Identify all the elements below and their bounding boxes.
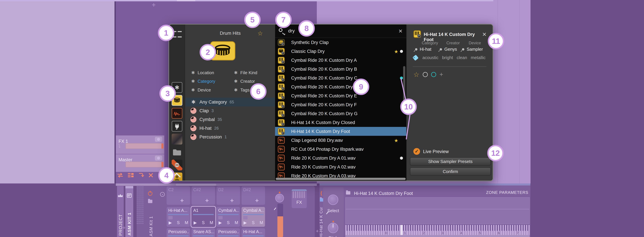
result-row[interactable]: P Classic Clap Dry ★ <box>275 47 406 56</box>
track-activity-button[interactable] <box>155 156 162 161</box>
result-row[interactable]: P Hi-Hat 14 K Custom Dry Foot <box>275 127 406 136</box>
result-row[interactable]: P Cymbal Ride 20 K Custom Dry G <box>275 109 406 118</box>
results-hscrollbar[interactable] <box>276 178 406 180</box>
show-sampler-presets-button[interactable]: Show Sampler Presets <box>410 157 491 165</box>
category-hi-hat[interactable]: Hi-hat26 <box>186 124 275 133</box>
volume-slider[interactable] <box>278 204 283 237</box>
white-dot-icon[interactable] <box>400 50 403 53</box>
result-row[interactable]: P Cymbal Ride 20 K Custom Dry C <box>275 74 406 82</box>
result-row[interactable]: P Cymbal Ride 20 K Custom Dry A <box>275 56 406 65</box>
drum-pad[interactable]: Percussio... <box>166 228 190 237</box>
fx-chip[interactable]: FX <box>292 189 307 208</box>
zone-display[interactable] <box>345 197 530 224</box>
drum-pad[interactable]: A1 ▶SM <box>192 207 215 227</box>
pad-mute-button[interactable]: M <box>260 220 263 225</box>
horizontal-scrollbar[interactable] <box>116 183 317 186</box>
tag-metallic[interactable]: metallic <box>471 55 486 60</box>
drum-pad[interactable]: Hi-Hat A... ▶SM <box>166 207 190 227</box>
filter-device[interactable]: ✱ Device <box>191 86 211 94</box>
samples-icon[interactable] <box>172 108 182 119</box>
pad-mute-button[interactable]: M <box>185 220 188 225</box>
empty-pad-C2[interactable]: C2+ <box>166 186 190 205</box>
drum-pad[interactable]: Hi-Hat A... <box>242 228 265 237</box>
result-row[interactable]: RC Cut 054 Pnotap Dry Illspark.wav <box>275 145 406 154</box>
filter-tags[interactable]: ✱ Tags <box>234 86 250 94</box>
teal-dot-icon[interactable] <box>400 77 403 80</box>
pad-solo-button[interactable]: S <box>227 220 230 225</box>
list-icon[interactable] <box>128 173 134 178</box>
result-row[interactable]: P Cymbal Ride 20 K Custom Dry F <box>275 100 406 109</box>
sampler-keyboard[interactable]: 01234567 <box>345 225 530 235</box>
swap-arrows-icon[interactable] <box>117 173 124 178</box>
pad-play-button[interactable]: ▶ <box>194 220 197 225</box>
add-track-plus[interactable]: + <box>152 1 156 9</box>
pad-play-button[interactable]: ▶ <box>169 220 172 225</box>
artwork-thumb-icon[interactable] <box>172 160 182 170</box>
plus-icon[interactable]: + <box>440 71 443 78</box>
folder-icon[interactable] <box>346 191 350 194</box>
result-row[interactable]: P Synthetic Dry Clap <box>275 38 406 47</box>
delete-x-icon[interactable] <box>148 173 153 178</box>
result-row[interactable]: P Cymbal Ride 20 K Custom Dry B <box>275 65 406 74</box>
filter-creator[interactable]: ✱ Creator <box>234 77 255 85</box>
result-row[interactable]: Ride 20 K Custom Dry A 02.wav <box>275 162 406 171</box>
search-bar[interactable]: ▾ dry ✕ <box>275 25 406 38</box>
pad-solo-button[interactable]: S <box>177 220 180 225</box>
empty-pad-D2[interactable]: D2+ <box>216 186 240 205</box>
category-cymbal[interactable]: Cymbal35 <box>186 115 275 124</box>
search-dropdown-icon[interactable]: ▾ <box>284 33 285 36</box>
favorite-star-icon[interactable]: ★ <box>394 49 398 54</box>
pad-solo-button[interactable]: S <box>202 220 205 225</box>
track-activity-button[interactable] <box>155 137 162 142</box>
teal-circle-icon[interactable] <box>431 72 436 77</box>
tag-clean[interactable]: clean <box>456 55 467 60</box>
result-row[interactable]: Ride 20 K Custom Dry A 04.wav <box>275 180 406 181</box>
route-arrow-icon[interactable] <box>138 173 144 178</box>
drum-pad[interactable]: Percussio... <box>216 228 240 237</box>
pad-mute-button[interactable]: M <box>235 220 238 225</box>
keyboard-scrollbar[interactable] <box>345 235 530 237</box>
result-row[interactable]: P Hi-Hat 14 K Custom Dry Closed <box>275 118 406 127</box>
white-circle-icon[interactable] <box>423 72 428 77</box>
search-input[interactable]: dry <box>288 28 295 34</box>
confirm-button[interactable]: Confirm <box>410 167 491 176</box>
filter-location[interactable]: ✱ Location <box>191 69 214 77</box>
category-percussion[interactable]: Percussion1 <box>186 133 275 141</box>
select-knob[interactable] <box>328 194 338 205</box>
white-dot-icon[interactable] <box>400 157 403 160</box>
result-row[interactable]: Ride 20 K Custom Dry A 01.wav <box>275 154 406 162</box>
track-fx1[interactable]: FX 1 ⤵ <box>116 135 164 154</box>
add-device-plus[interactable]: + <box>123 225 126 231</box>
drum-pad[interactable]: Cymbal A... ▶SM <box>242 207 265 227</box>
result-row[interactable]: P Cymbal Ride 20 K Custom Dry D <box>275 82 406 91</box>
pad-mode-icon[interactable] <box>160 192 165 197</box>
empty-pad-C#2[interactable]: C#2+ <box>192 186 215 205</box>
pad-play-button[interactable]: ▶ <box>218 220 222 225</box>
photo-thumb-icon[interactable] <box>172 134 182 144</box>
category-clap[interactable]: Clap3 <box>186 106 275 115</box>
device-power-icon[interactable] <box>148 191 152 196</box>
favorite-star-icon[interactable]: ☆ <box>258 30 263 37</box>
asm-kit-tab[interactable]: ASM KIT 1 <box>126 186 133 237</box>
result-row[interactable]: Clap Legend 808 Dry.wav ★ <box>275 136 406 145</box>
main-knob[interactable] <box>275 194 284 202</box>
favorite-star-icon[interactable]: ★ <box>394 138 398 143</box>
empty-pad-D#2[interactable]: D#2+ <box>242 186 265 205</box>
pad-play-button[interactable]: ▶ <box>244 220 247 225</box>
folder-icon[interactable] <box>172 147 182 157</box>
track-master[interactable]: Master <box>116 154 164 172</box>
pad-mute-button[interactable]: M <box>210 220 213 225</box>
add-device-plus[interactable]: + <box>316 228 319 234</box>
live-preview-checkbox[interactable]: ✓ <box>413 148 420 155</box>
tag-acoustic[interactable]: acoustic <box>422 55 438 60</box>
filter-file-kind[interactable]: ✱ File Kind <box>234 69 257 77</box>
pad-solo-button[interactable]: S <box>252 220 254 225</box>
result-row[interactable]: P Cymbal Ride 20 K Custom Dry E <box>275 91 406 100</box>
plugins-icon[interactable] <box>172 121 182 132</box>
pitch-knob[interactable] <box>328 223 338 233</box>
tag-bright[interactable]: bright <box>442 55 453 60</box>
filter-category[interactable]: ✱ Category <box>191 77 215 85</box>
results-scrollbar-thumb[interactable] <box>403 66 405 101</box>
device-collapse-icon[interactable]: ( <box>320 190 322 196</box>
drum-pad[interactable]: Snare AS... <box>192 228 215 237</box>
